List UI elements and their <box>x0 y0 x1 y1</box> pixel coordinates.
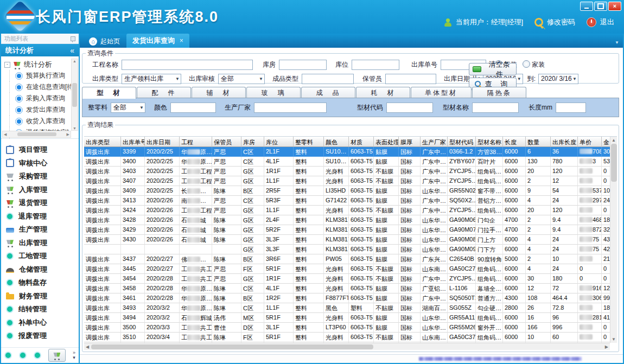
tab-shipment-outbound-query[interactable]: 发货出库查询 × <box>126 34 189 48</box>
table-row[interactable]: 调拨出库34242020/2/26工工程严思G区1L1F整料光身料6063-T5… <box>84 206 610 215</box>
column-header[interactable]: 生产厂家 <box>421 137 448 147</box>
category-tab[interactable]: 配 件 <box>137 87 191 98</box>
project-name-input[interactable] <box>122 60 253 70</box>
scrollbar-thumb[interactable] <box>17 132 56 136</box>
scrollbar-thumb[interactable] <box>72 83 77 107</box>
table-row[interactable]: 调拨出库34372020/2/27佛…陈琳B区3R6F整料PW056063-T5… <box>84 254 610 264</box>
sidebar-module-item[interactable]: 补单中心 <box>1 316 79 330</box>
column-header[interactable]: 金 <box>602 137 610 147</box>
table-row[interactable]: 调拨出库35102020/3/4工共工程陈琳F区5R1F整料光身料6063-T5… <box>84 333 610 342</box>
sidebar-module-item[interactable]: 生产管理 <box>1 223 79 237</box>
sidebar-module-item[interactable]: 入库管理 <box>1 183 79 197</box>
maximize-button[interactable] <box>594 2 607 11</box>
tab-list-dropdown-icon[interactable]: ▼ <box>615 40 619 45</box>
tab-home[interactable]: 起始页 <box>82 35 126 48</box>
scroll-up-icon[interactable]: ▲ <box>612 138 616 143</box>
table-row[interactable]: 调拨出库34282020/2/26石城陈琳G区2L4F整料KLM38176063… <box>84 215 610 225</box>
column-header[interactable]: 库房 <box>241 137 264 147</box>
table-row[interactable]: 调拨出库34612020/2/28华原…陈琳B区1R2F整料F8877FT606… <box>84 293 610 303</box>
table-row[interactable]: 调拨出库34302020/2/26石城陈琳G区3L3F整料KLM38176063… <box>84 235 610 245</box>
radio-jiazhuang[interactable]: 家装 <box>523 60 545 69</box>
product-type-input[interactable] <box>302 74 354 84</box>
column-header[interactable]: 型材名称 <box>476 137 503 147</box>
sidebar-module-item[interactable]: 退库管理 <box>1 210 79 223</box>
footer-cart-button[interactable] <box>48 349 66 362</box>
sidebar-module-item[interactable]: 退货管理 <box>1 196 79 210</box>
location-input[interactable] <box>352 60 399 70</box>
column-header[interactable]: 出库长度 <box>551 137 578 147</box>
sidebar-module-item[interactable]: 项目管理 <box>1 143 79 157</box>
sidebar-module-item[interactable]: 出库管理 <box>1 237 79 250</box>
collapse-icon[interactable]: « <box>70 46 74 55</box>
footer-more-button[interactable]: »▾ <box>73 350 75 360</box>
pin-icon[interactable] <box>71 36 75 41</box>
close-button[interactable]: × <box>608 2 621 11</box>
grid-vertical-scrollbar[interactable]: ▲ ▼ <box>610 137 617 343</box>
tree-root[interactable]: - 统计分析 <box>4 59 71 70</box>
scroll-right-icon[interactable]: ▶ <box>67 132 69 137</box>
column-header[interactable]: 材质 <box>349 137 374 147</box>
sidebar-module-item[interactable]: 财务管理 <box>1 290 79 303</box>
footer-circle-icon[interactable] <box>34 352 41 359</box>
sidebar-module-item[interactable]: 仓储管理 <box>1 263 79 277</box>
table-row[interactable]: 调拨出库33992020/2/25华原…严思C区2L1F整料SU10…6063-… <box>84 147 610 157</box>
table-row[interactable]: 调拨出库35002020/3/3工共工程曹佳D区3L1F整料LT3P606063… <box>84 323 610 333</box>
scroll-left-icon[interactable]: ◀ <box>4 132 7 137</box>
footer-circle-icon[interactable] <box>19 352 27 359</box>
tree-item[interactable]: 发货出库查询 <box>4 104 71 116</box>
grid-horizontal-scrollbar[interactable]: ◀ ▶ <box>84 343 610 350</box>
logout-link[interactable]: 退出 <box>600 17 614 27</box>
tree-vertical-scrollbar[interactable]: ▲ ▼ <box>71 59 78 131</box>
table-row[interactable]: 调拨出库34582020/2/28华原…陈琳C区4L1F整料光身料6063-T5… <box>84 284 610 293</box>
column-header[interactable]: 表面处理 <box>374 137 399 147</box>
color-input[interactable] <box>170 103 216 113</box>
category-tab[interactable]: 单体型材 <box>411 87 472 98</box>
column-header[interactable]: 数量 <box>526 137 551 147</box>
table-row[interactable]: 调拨出库34092020/2/25长…陈琳B区2R5F整料LI35HD6063-… <box>84 186 610 196</box>
table-row[interactable]: G区3L3F整料KLM38176063-T5贴膜国标山东华…GA90M09.门下… <box>84 245 610 254</box>
column-header[interactable]: 膜厚 <box>399 137 421 147</box>
column-header[interactable]: 颜色 <box>324 137 349 147</box>
tree-item[interactable]: 退库管理[待定] <box>4 138 71 139</box>
column-header[interactable]: 出库单号 <box>121 137 145 147</box>
scroll-left-icon[interactable]: ◀ <box>86 344 89 349</box>
table-row[interactable]: 调拨出库34072020/2/25工工程严思G区1L1F整料光身料6063-T5… <box>84 176 610 186</box>
scrollbar-thumb[interactable] <box>91 344 373 349</box>
tree-item[interactable]: 预算执行查询 <box>4 70 71 81</box>
length-input[interactable] <box>556 103 586 113</box>
table-row[interactable]: 调拨出库34002020/2/25华原…严思C区4L1F整料SU10…6063-… <box>84 157 610 167</box>
scroll-up-icon[interactable]: ▲ <box>73 59 77 63</box>
category-tab[interactable]: 耗 材 <box>356 87 410 98</box>
scroll-right-icon[interactable]: ▶ <box>605 344 608 349</box>
tree-horizontal-scrollbar[interactable]: ◀ ▶ <box>2 131 71 138</box>
tree-item[interactable]: 在途信息查询[待 <box>4 81 71 93</box>
table-row[interactable]: 调拨出库34132020/2/26南…严思C区5R3F整料G714226063-… <box>84 196 610 206</box>
column-header[interactable]: 工程 <box>180 137 212 147</box>
table-row[interactable]: 调拨出库34942020/3/2石辉城汤伟M区5R1F整料光身料6063-T5贴… <box>84 313 610 323</box>
footer-circle-icon[interactable] <box>4 352 12 359</box>
scrollbar-thumb[interactable] <box>611 144 617 182</box>
out-type-select[interactable]: 生产领料出库▼ <box>122 74 181 84</box>
minimize-button[interactable] <box>580 2 593 11</box>
scroll-down-icon[interactable]: ▼ <box>73 126 77 130</box>
manufacturer-input[interactable] <box>254 103 327 113</box>
tree-item[interactable]: 采购入库查询 <box>4 93 71 104</box>
whole-part-select[interactable]: 全部▼ <box>111 103 145 113</box>
sidebar-module-item[interactable]: 工地管理 <box>1 250 79 263</box>
profile-name-input[interactable] <box>472 103 519 113</box>
sidebar-module-item[interactable]: 报废管理 <box>1 329 79 343</box>
table-row[interactable]: 调拨出库34032020/2/25工工程严思G区1R1F整料光身料6063-T5… <box>84 167 610 176</box>
sidebar-module-item[interactable]: 物料盘存 <box>1 276 79 290</box>
category-tab[interactable]: 隔热条 <box>472 87 526 98</box>
table-row[interactable]: 调拨出库34932020/3/2华原…陈琳C区1L1F整料黑色塑料不贴膜国标湖南… <box>84 303 610 313</box>
column-header[interactable]: 长度 <box>503 137 526 147</box>
audit-select[interactable]: 全部▼ <box>218 74 265 84</box>
column-header[interactable]: 库位 <box>264 137 294 147</box>
clear-conditions-button[interactable]: 清空条件 <box>469 63 517 75</box>
category-tab[interactable]: 玻 璃 <box>246 87 301 98</box>
change-password-link[interactable]: 修改密码 <box>547 17 575 27</box>
category-tab[interactable]: 辅 材 <box>192 87 246 98</box>
tab-close-icon[interactable]: × <box>180 37 183 44</box>
sidebar-module-item[interactable]: 采购管理 <box>1 170 79 183</box>
sidebar-module-item[interactable]: 结转管理 <box>1 303 79 316</box>
